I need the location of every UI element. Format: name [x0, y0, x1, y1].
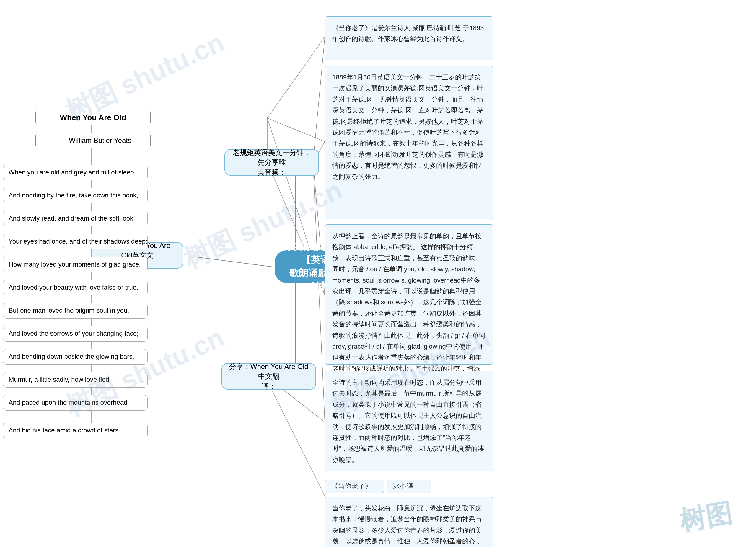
branch-beauty-label: 老规矩英语美文一分钟，先分享唯 美音频：: [231, 148, 312, 178]
poem-author-text: ——William Butler Yeats: [55, 136, 131, 145]
branch-chinese: 分享：When You Are Old中文翻 译：: [221, 363, 316, 390]
info-box-4: 全诗的主干动词均采用现在时态，而从属分句中采用过去时态，尤其是最后一节中murm…: [325, 371, 493, 471]
poem-title: When You Are Old: [35, 110, 151, 125]
chinese-translation-text: 当你老了，头发花白，睡意沉沉，倦坐在炉边取下这本书来，慢慢读着，追梦当年的眼神那…: [325, 496, 493, 547]
svg-line-23: [267, 37, 325, 118]
poem-line-3: And slowly read, and dream of the soft l…: [3, 211, 148, 227]
poem-line-10: Murmur, a little sadly, how love fled: [3, 372, 148, 387]
svg-line-32: [264, 375, 325, 496]
poem-line-11: And paced upon the mountains overhead: [3, 395, 148, 411]
branch-beauty: 老规矩英语美文一分钟，先分享唯 美音频：: [224, 149, 319, 176]
svg-line-24: [267, 118, 325, 142]
canvas: 英语美文一分钟【英语诗 歌朗诵励志1分钟】 分享：When You Are Ol…: [0, 0, 756, 547]
info-box-1: 《当你老了》是爱尔兰诗人 威廉·巴特勒·叶芝 于1893年创作的诗歌。作家冰心曾…: [325, 16, 493, 60]
poem-line-12: And hid his face amid a crowd of stars.: [3, 423, 148, 438]
poem-line-4: Your eyes had once, and of their shadows…: [3, 234, 148, 250]
translator-label: 冰心译: [387, 480, 431, 493]
poem-line-2: And nodding by the fire, take down this …: [3, 188, 148, 204]
poem-line-7: But one man loved the pilgrim soul in yo…: [3, 303, 148, 318]
quote-title: 《当你老了》: [325, 480, 384, 493]
poem-line-8: And loved the sorrows of your changing f…: [3, 326, 148, 341]
poem-line-9: And bending down beside the glowing bars…: [3, 349, 148, 364]
poem-author: ——William Butler Yeats: [35, 133, 151, 148]
poem-line-5: How many loved your moments of glad grac…: [3, 257, 148, 273]
poem-title-text: When You Are Old: [60, 113, 126, 122]
svg-line-0: [195, 257, 275, 267]
poem-line-1: When you are old and grey and full of sl…: [3, 165, 148, 180]
poem-line-6: And loved your beauty with love false or…: [3, 280, 148, 295]
branch-chinese-label: 分享：When You Are Old中文翻 译：: [228, 362, 309, 391]
bottom-logo: 树图: [677, 495, 735, 539]
info-box-2: 1889年1月30日英语美文一分钟，二十三岁的叶芝第一次遇见了美丽的女演员茅德.…: [325, 66, 493, 219]
info-box-3: 从押韵上看，全诗的尾韵是最常见的单韵，且单节按抱韵体 abba, cddc, e…: [325, 224, 493, 364]
svg-line-27: [313, 37, 325, 162]
